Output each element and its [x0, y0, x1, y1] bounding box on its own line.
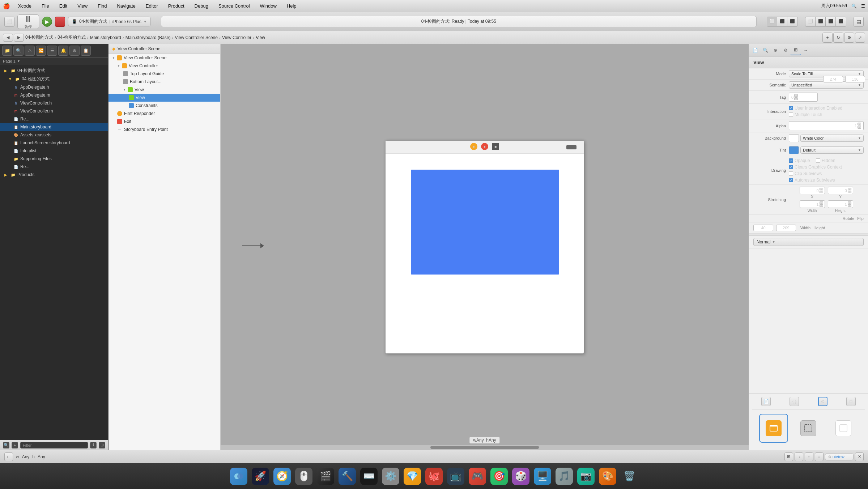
menu-xcode[interactable]: Xcode — [16, 3, 34, 9]
layout-btn-4[interactable]: ⬛ — [836, 17, 846, 26]
tree-item-viewcontroller-h[interactable]: h ViewController.h — [0, 99, 108, 107]
w-input[interactable]: 40 — [753, 225, 773, 231]
sidebar-icon-4[interactable]: 🔀 — [36, 46, 46, 56]
tag-increment[interactable]: ▲ — [794, 94, 798, 97]
scheme-selector[interactable]: 📱 04-检图的方式 | iPhone 6s Plus ▼ — [68, 17, 151, 26]
menu-edit[interactable]: Edit — [57, 3, 69, 9]
menu-product[interactable]: Product — [166, 3, 187, 9]
object-icon-view[interactable] — [794, 414, 823, 443]
standard-editor-btn[interactable]: ⬜ — [767, 17, 777, 26]
size-x-input[interactable]: 274 — [823, 76, 843, 82]
hidden-checkbox[interactable] — [816, 158, 820, 163]
scene-item-view-parent[interactable]: ▼ View — [109, 86, 220, 94]
dock-item-unknown4[interactable]: 🖥️ — [532, 466, 553, 486]
sidebar-icon-1[interactable]: 📁 — [2, 46, 12, 56]
scene-item-vc[interactable]: ▼ View Controller — [109, 62, 220, 70]
version-editor-btn[interactable]: ⬛ — [787, 17, 797, 26]
dock-item-unknown3[interactable]: 🎲 — [511, 466, 531, 486]
sidebar-icon-6[interactable]: 🔔 — [58, 46, 68, 56]
stretch-w-input[interactable]: 1 ▲ ▼ — [800, 200, 825, 208]
sidebar-icon-8[interactable]: 📋 — [81, 46, 91, 56]
layout-btn-3[interactable]: ⬛ — [826, 17, 836, 26]
scene-item-vc-scene[interactable]: ▼ View Controller Scene — [109, 54, 220, 62]
search-sidebar-btn[interactable]: 🔍 — [3, 442, 9, 448]
dock-item-mouse[interactable]: 🖱️ — [294, 466, 314, 486]
scene-item-bottom-layout[interactable]: Bottom Layout... — [109, 78, 220, 86]
top-icon-1[interactable]: ● — [470, 143, 477, 150]
menu-source-control[interactable]: Source Control — [216, 3, 252, 9]
tree-item-plist[interactable]: 📄 Info.plist — [0, 147, 108, 155]
refresh-icon-btn[interactable]: ↻ — [833, 33, 843, 43]
obj-tab-file[interactable]: 📄 — [761, 397, 771, 406]
breadcrumb-item-2[interactable]: 04-检图的方式 — [58, 34, 85, 41]
tag-stepper[interactable]: ▲ ▼ — [794, 94, 798, 100]
tree-item-launchscreen[interactable]: 📋 LaunchScreen.storyboard — [0, 139, 108, 147]
stretch-y-stepper[interactable]: ▲ ▼ — [848, 188, 851, 193]
blue-view[interactable] — [411, 170, 559, 275]
semantic-select[interactable]: Unspecified ▼ — [789, 81, 864, 89]
run-button[interactable]: ▶ — [42, 17, 52, 27]
size-y-input[interactable]: 136 — [845, 76, 865, 82]
bottom-icon-clear[interactable]: ✕ — [855, 452, 864, 461]
breadcrumb-item-3[interactable]: Main.storyboard — [90, 35, 121, 40]
scene-item-top-layout[interactable]: Top Layout Guide — [109, 70, 220, 78]
multiple-touch-checkbox[interactable] — [789, 112, 793, 117]
sidebar-icon-2[interactable]: 🔍 — [13, 46, 24, 56]
sidebar-search-field[interactable]: Filter — [20, 442, 88, 448]
breadcrumb-item-5[interactable]: View Controller Scene — [175, 35, 218, 40]
h-input[interactable]: 209 — [776, 225, 796, 231]
sidebar-info-btn[interactable]: ℹ — [90, 442, 97, 448]
normal-dropdown[interactable]: Normal ▼ — [753, 238, 864, 246]
tree-root[interactable]: ▶ 📁 04-检图的方式 — [0, 67, 108, 75]
stretch-h-input[interactable]: 1 ▲ ▼ — [828, 200, 853, 208]
uiview-search-field[interactable]: ⊙ uiview — [825, 453, 854, 460]
bottom-icon-1[interactable]: □ — [4, 452, 13, 461]
dock-item-unknown5[interactable]: 🎵 — [554, 466, 574, 486]
add-file-btn[interactable]: + — [12, 442, 18, 448]
dock-item-tuberous[interactable]: 🐙 — [424, 466, 444, 486]
user-interaction-checkbox[interactable] — [789, 106, 793, 110]
alpha-decrement[interactable]: ▼ — [858, 126, 861, 129]
autoresize-checkbox[interactable] — [789, 178, 793, 182]
dock-item-trash[interactable]: 🗑️ — [619, 466, 639, 486]
tree-item-assets[interactable]: 🎨 Assets.xcassets — [0, 131, 108, 139]
tree-item-appdelegate-m[interactable]: m AppDelegate.m — [0, 91, 108, 99]
dock-item-unknown7[interactable]: 🎨 — [597, 466, 618, 486]
breadcrumb-item-6[interactable]: View Controller — [222, 35, 251, 40]
background-color-well[interactable] — [789, 134, 799, 142]
sidebar-toggle-btn[interactable]: ⬜ — [4, 17, 14, 27]
top-icon-3[interactable]: ■ — [492, 143, 499, 150]
canvas-area[interactable]: ● ● ■ wAny hAny — [221, 44, 749, 450]
dock-item-unknown6[interactable]: 📷 — [576, 466, 596, 486]
sh-inc[interactable]: ▲ — [848, 201, 851, 204]
dock-item-xcode[interactable]: 🔨 — [337, 466, 357, 486]
scene-item-constraints[interactable]: Constraints — [109, 102, 220, 110]
forward-btn[interactable]: ▶ — [14, 34, 24, 42]
layout-btn-1[interactable]: ⬜ — [805, 17, 816, 26]
breadcrumb-item-4[interactable]: Main.storyboard (Base) — [125, 35, 171, 40]
menu-window[interactable]: Window — [258, 3, 279, 9]
tree-item-mainstoryboard[interactable]: 📋 Main.storyboard — [0, 123, 108, 131]
alpha-input[interactable]: 1 ▲ ▼ — [789, 121, 864, 130]
layout-btn-2[interactable]: ⬛ — [816, 17, 826, 26]
breadcrumb-item-7[interactable]: View — [256, 35, 265, 40]
tree-products[interactable]: ▶ 📁 Products — [0, 171, 108, 179]
right-tab-connections[interactable]: → — [801, 45, 811, 55]
stretch-w-stepper[interactable]: ▲ ▼ — [820, 201, 823, 207]
breadcrumb-item-1[interactable]: 04-检图的方式 — [25, 34, 53, 41]
tree-item-re2[interactable]: 📄 Re... — [0, 163, 108, 171]
stop-square-button[interactable] — [55, 17, 65, 27]
dock-item-launchpad[interactable]: 🚀 — [250, 466, 271, 486]
dock-item-sketch[interactable]: 💎 — [402, 466, 422, 486]
add-icon-btn[interactable]: + — [822, 33, 833, 43]
background-select[interactable]: White Color ▼ — [800, 135, 864, 142]
sidebar-extra-btn[interactable]: ⊞ — [99, 442, 105, 448]
apple-menu[interactable]: 🍎 — [3, 3, 10, 9]
scene-item-storyboard-entry[interactable]: → Storyboard Entry Point — [109, 126, 220, 133]
menu-navigate[interactable]: Navigate — [115, 3, 137, 9]
right-tab-size[interactable]: ⊞ — [791, 45, 801, 55]
scene-item-view-selected[interactable]: View — [109, 94, 220, 102]
sx-dec[interactable]: ▼ — [820, 191, 823, 193]
dock-item-sysprefs[interactable]: ⚙️ — [380, 466, 401, 486]
menu-debug[interactable]: Debug — [192, 3, 210, 9]
